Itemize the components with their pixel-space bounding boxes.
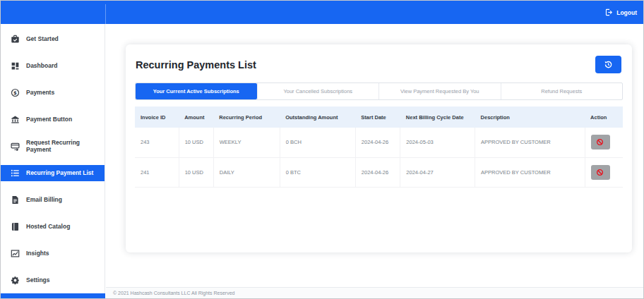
bank-icon	[11, 115, 20, 124]
recurring-payments-card: Recurring Payments List Your Current Act…	[126, 44, 632, 252]
cancel-subscription-button[interactable]	[591, 165, 610, 180]
cell-invoice-id: 241	[135, 157, 179, 187]
logout-icon	[605, 8, 614, 16]
sidebar-item-request-recurring-payment[interactable]: Request Recurring Payment	[1, 133, 105, 159]
cancel-subscription-button[interactable]	[591, 135, 610, 150]
tab-view-payment-requested[interactable]: View Payment Requested By You	[378, 83, 501, 99]
column-header-description: Description	[475, 106, 585, 128]
sidebar-item-label: Email Billing	[26, 196, 62, 203]
column-header-outstanding-amount: Outstanding Amount	[280, 106, 355, 128]
cell-start-date: 2024-04-26	[355, 157, 400, 187]
cell-start-date: 2024-04-26	[355, 128, 400, 157]
app-window: Logout Get Started Dashboard $	[0, 0, 644, 299]
card-header: Recurring Payments List	[126, 44, 632, 83]
cell-action	[585, 157, 623, 187]
card-arrow-icon	[11, 142, 20, 151]
sidebar-item-email-billing[interactable]: Email Billing	[1, 186, 105, 213]
column-header-invoice-id: Invoice ID	[135, 106, 179, 128]
cell-next-billing-cycle-date: 2024-04-27	[400, 157, 475, 187]
chart-icon	[11, 249, 20, 258]
column-header-action: Action	[585, 106, 623, 128]
sidebar-item-label: Dashboard	[26, 62, 57, 69]
sidebar-item-label: Payments	[26, 89, 54, 96]
sidebar-item-get-started[interactable]: Get Started	[1, 25, 105, 52]
cell-recurring-period: WEEKLY	[213, 128, 280, 157]
svg-text:$: $	[13, 90, 17, 95]
tab-current-active-subscriptions[interactable]: Your Current Active Subscriptions	[136, 83, 257, 99]
cell-description: APPROVED BY CUSTOMER	[475, 157, 585, 187]
subscriptions-table: Invoice ID Amount Recurring Period Outst…	[135, 106, 623, 188]
list-icon	[11, 169, 20, 178]
tab-cancelled-subscriptions[interactable]: Your Cancelled Subscriptions	[257, 83, 379, 99]
sidebar-item-label: Hosted Catalog	[26, 223, 70, 230]
column-header-next-billing-cycle-date: Next Billing Cycle Date	[400, 106, 475, 128]
clipboard-check-icon	[11, 35, 20, 44]
sidebar-item-payment-button[interactable]: Payment Button	[1, 106, 105, 133]
cell-outstanding-amount: 0 BTC	[280, 157, 355, 187]
cell-outstanding-amount: 0 BCH	[280, 128, 355, 157]
ban-icon	[596, 169, 605, 176]
sidebar-item-payments[interactable]: $ Payments	[1, 79, 105, 106]
sidebar-item-settings[interactable]: Settings	[1, 267, 105, 293]
column-header-amount: Amount	[179, 106, 213, 128]
tab-bar: Your Current Active Subscriptions Your C…	[135, 83, 623, 100]
sidebar-bottom-accent	[1, 293, 105, 298]
topbar-divider	[105, 4, 106, 24]
tab-refund-requests[interactable]: Refund Requests	[501, 83, 623, 99]
sidebar-item-label: Settings	[26, 276, 50, 283]
gear-icon	[11, 276, 20, 285]
sidebar-item-dashboard[interactable]: Dashboard	[1, 52, 105, 79]
column-header-recurring-period: Recurring Period	[213, 106, 280, 128]
logout-label: Logout	[616, 9, 637, 16]
sidebar-item-label: Get Started	[26, 35, 59, 42]
sidebar-item-hosted-catalog[interactable]: Hosted Catalog	[1, 213, 105, 240]
main-content: Recurring Payments List Your Current Act…	[106, 24, 643, 287]
cell-amount: 10 USD	[179, 157, 213, 187]
document-icon	[11, 195, 20, 205]
sidebar-item-label: Insights	[26, 250, 49, 257]
table-header-row: Invoice ID Amount Recurring Period Outst…	[135, 106, 623, 128]
table-row: 241 10 USD DAILY 0 BTC 2024-04-26 2024-0…	[135, 157, 623, 187]
history-button[interactable]	[595, 56, 621, 73]
logout-button[interactable]: Logout	[605, 8, 637, 16]
sidebar-item-label: Request Recurring Payment	[26, 139, 100, 153]
grid-icon	[11, 61, 20, 71]
footer: © 2021 Hashcash Consultants LLC All Righ…	[106, 287, 643, 298]
cell-invoice-id: 243	[135, 128, 179, 157]
cell-description: APPROVED BY CUSTOMER	[475, 128, 585, 157]
sidebar: Get Started Dashboard $ Payments	[1, 24, 105, 293]
copyright-text: © 2021 Hashcash Consultants LLC All Righ…	[113, 291, 234, 295]
sidebar-item-recurring-payment-list[interactable]: Recurring Payment List	[1, 159, 105, 186]
book-icon	[11, 222, 20, 231]
cell-recurring-period: DAILY	[213, 157, 280, 187]
dollar-circle-icon: $	[11, 88, 20, 97]
cell-next-billing-cycle-date: 2024-05-03	[400, 128, 475, 157]
page-title: Recurring Payments List	[136, 59, 256, 71]
history-icon	[604, 60, 613, 69]
ban-icon	[596, 138, 605, 146]
sidebar-item-insights[interactable]: Insights	[1, 240, 105, 267]
cell-action	[585, 128, 623, 157]
sidebar-item-label: Payment Button	[26, 116, 72, 123]
table-row: 243 10 USD WEEKLY 0 BCH 2024-04-26 2024-…	[135, 128, 623, 157]
sidebar-item-label: Recurring Payment List	[26, 169, 93, 176]
topbar: Logout	[1, 1, 643, 24]
column-header-start-date: Start Date	[355, 106, 400, 128]
cell-amount: 10 USD	[179, 128, 213, 157]
